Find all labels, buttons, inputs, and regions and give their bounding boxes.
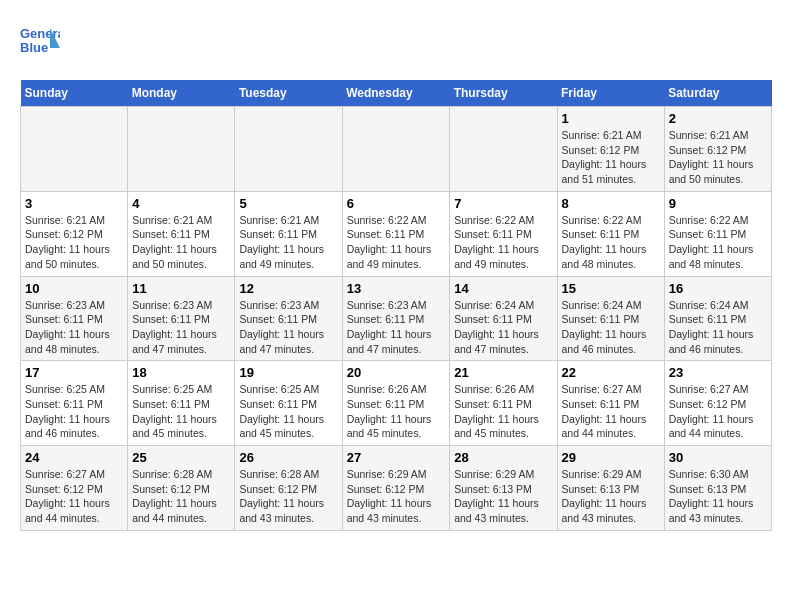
daylight-text: Daylight: 11 hours and 46 minutes.	[25, 413, 110, 440]
day-of-week-header: Wednesday	[342, 80, 450, 107]
daylight-text: Daylight: 11 hours and 44 minutes.	[25, 497, 110, 524]
calendar-cell: 19 Sunrise: 6:25 AM Sunset: 6:11 PM Dayl…	[235, 361, 342, 446]
daylight-text: Daylight: 11 hours and 43 minutes.	[239, 497, 324, 524]
daylight-text: Daylight: 11 hours and 50 minutes.	[132, 243, 217, 270]
day-of-week-header: Friday	[557, 80, 664, 107]
sunrise-text: Sunrise: 6:27 AM	[669, 383, 749, 395]
logo: General Blue	[20, 20, 60, 64]
sunset-text: Sunset: 6:12 PM	[132, 483, 210, 495]
day-info: Sunrise: 6:25 AM Sunset: 6:11 PM Dayligh…	[25, 382, 123, 441]
calendar-cell: 13 Sunrise: 6:23 AM Sunset: 6:11 PM Dayl…	[342, 276, 450, 361]
day-number: 29	[562, 450, 660, 465]
day-number: 1	[562, 111, 660, 126]
calendar-cell: 9 Sunrise: 6:22 AM Sunset: 6:11 PM Dayli…	[664, 191, 771, 276]
sunset-text: Sunset: 6:11 PM	[239, 313, 317, 325]
day-number: 8	[562, 196, 660, 211]
sunset-text: Sunset: 6:13 PM	[454, 483, 532, 495]
calendar-week-row: 10 Sunrise: 6:23 AM Sunset: 6:11 PM Dayl…	[21, 276, 772, 361]
day-info: Sunrise: 6:25 AM Sunset: 6:11 PM Dayligh…	[239, 382, 337, 441]
sunset-text: Sunset: 6:12 PM	[562, 144, 640, 156]
daylight-text: Daylight: 11 hours and 44 minutes.	[132, 497, 217, 524]
daylight-text: Daylight: 11 hours and 50 minutes.	[669, 158, 754, 185]
sunrise-text: Sunrise: 6:22 AM	[454, 214, 534, 226]
sunset-text: Sunset: 6:11 PM	[669, 313, 747, 325]
daylight-text: Daylight: 11 hours and 45 minutes.	[239, 413, 324, 440]
day-number: 12	[239, 281, 337, 296]
calendar-cell: 26 Sunrise: 6:28 AM Sunset: 6:12 PM Dayl…	[235, 446, 342, 531]
calendar-cell: 16 Sunrise: 6:24 AM Sunset: 6:11 PM Dayl…	[664, 276, 771, 361]
day-info: Sunrise: 6:26 AM Sunset: 6:11 PM Dayligh…	[347, 382, 446, 441]
daylight-text: Daylight: 11 hours and 46 minutes.	[669, 328, 754, 355]
day-number: 27	[347, 450, 446, 465]
sunrise-text: Sunrise: 6:24 AM	[562, 299, 642, 311]
calendar-cell: 22 Sunrise: 6:27 AM Sunset: 6:11 PM Dayl…	[557, 361, 664, 446]
day-of-week-header: Monday	[128, 80, 235, 107]
sunrise-text: Sunrise: 6:29 AM	[454, 468, 534, 480]
day-number: 18	[132, 365, 230, 380]
day-info: Sunrise: 6:27 AM Sunset: 6:12 PM Dayligh…	[669, 382, 767, 441]
daylight-text: Daylight: 11 hours and 45 minutes.	[132, 413, 217, 440]
sunset-text: Sunset: 6:11 PM	[347, 228, 425, 240]
day-info: Sunrise: 6:21 AM Sunset: 6:11 PM Dayligh…	[132, 213, 230, 272]
day-number: 28	[454, 450, 552, 465]
sunset-text: Sunset: 6:12 PM	[25, 483, 103, 495]
day-info: Sunrise: 6:21 AM Sunset: 6:12 PM Dayligh…	[25, 213, 123, 272]
sunset-text: Sunset: 6:11 PM	[454, 313, 532, 325]
day-number: 3	[25, 196, 123, 211]
calendar-cell: 12 Sunrise: 6:23 AM Sunset: 6:11 PM Dayl…	[235, 276, 342, 361]
day-info: Sunrise: 6:26 AM Sunset: 6:11 PM Dayligh…	[454, 382, 552, 441]
day-number: 9	[669, 196, 767, 211]
day-number: 21	[454, 365, 552, 380]
calendar-cell: 21 Sunrise: 6:26 AM Sunset: 6:11 PM Dayl…	[450, 361, 557, 446]
day-number: 2	[669, 111, 767, 126]
day-number: 5	[239, 196, 337, 211]
sunrise-text: Sunrise: 6:22 AM	[562, 214, 642, 226]
sunrise-text: Sunrise: 6:21 AM	[25, 214, 105, 226]
calendar-week-row: 24 Sunrise: 6:27 AM Sunset: 6:12 PM Dayl…	[21, 446, 772, 531]
sunset-text: Sunset: 6:11 PM	[239, 398, 317, 410]
daylight-text: Daylight: 11 hours and 48 minutes.	[669, 243, 754, 270]
sunset-text: Sunset: 6:12 PM	[347, 483, 425, 495]
calendar-cell: 4 Sunrise: 6:21 AM Sunset: 6:11 PM Dayli…	[128, 191, 235, 276]
sunset-text: Sunset: 6:11 PM	[132, 228, 210, 240]
sunrise-text: Sunrise: 6:23 AM	[25, 299, 105, 311]
calendar-cell: 15 Sunrise: 6:24 AM Sunset: 6:11 PM Dayl…	[557, 276, 664, 361]
daylight-text: Daylight: 11 hours and 44 minutes.	[562, 413, 647, 440]
sunrise-text: Sunrise: 6:21 AM	[132, 214, 212, 226]
sunrise-text: Sunrise: 6:25 AM	[132, 383, 212, 395]
calendar-cell: 7 Sunrise: 6:22 AM Sunset: 6:11 PM Dayli…	[450, 191, 557, 276]
day-info: Sunrise: 6:21 AM Sunset: 6:12 PM Dayligh…	[669, 128, 767, 187]
day-number: 15	[562, 281, 660, 296]
sunrise-text: Sunrise: 6:21 AM	[669, 129, 749, 141]
daylight-text: Daylight: 11 hours and 43 minutes.	[347, 497, 432, 524]
calendar-cell: 6 Sunrise: 6:22 AM Sunset: 6:11 PM Dayli…	[342, 191, 450, 276]
day-number: 16	[669, 281, 767, 296]
day-number: 30	[669, 450, 767, 465]
sunset-text: Sunset: 6:12 PM	[239, 483, 317, 495]
sunset-text: Sunset: 6:11 PM	[454, 398, 532, 410]
sunset-text: Sunset: 6:11 PM	[454, 228, 532, 240]
day-number: 25	[132, 450, 230, 465]
sunset-text: Sunset: 6:11 PM	[25, 398, 103, 410]
sunset-text: Sunset: 6:11 PM	[562, 228, 640, 240]
calendar-cell: 8 Sunrise: 6:22 AM Sunset: 6:11 PM Dayli…	[557, 191, 664, 276]
daylight-text: Daylight: 11 hours and 47 minutes.	[132, 328, 217, 355]
day-info: Sunrise: 6:22 AM Sunset: 6:11 PM Dayligh…	[669, 213, 767, 272]
sunrise-text: Sunrise: 6:23 AM	[239, 299, 319, 311]
day-number: 20	[347, 365, 446, 380]
daylight-text: Daylight: 11 hours and 50 minutes.	[25, 243, 110, 270]
calendar-cell: 2 Sunrise: 6:21 AM Sunset: 6:12 PM Dayli…	[664, 107, 771, 192]
day-info: Sunrise: 6:21 AM Sunset: 6:12 PM Dayligh…	[562, 128, 660, 187]
sunrise-text: Sunrise: 6:22 AM	[347, 214, 427, 226]
daylight-text: Daylight: 11 hours and 47 minutes.	[239, 328, 324, 355]
sunset-text: Sunset: 6:11 PM	[347, 313, 425, 325]
sunset-text: Sunset: 6:11 PM	[132, 398, 210, 410]
calendar-cell	[235, 107, 342, 192]
calendar-week-row: 3 Sunrise: 6:21 AM Sunset: 6:12 PM Dayli…	[21, 191, 772, 276]
calendar-week-row: 17 Sunrise: 6:25 AM Sunset: 6:11 PM Dayl…	[21, 361, 772, 446]
day-number: 13	[347, 281, 446, 296]
day-number: 24	[25, 450, 123, 465]
sunset-text: Sunset: 6:12 PM	[669, 398, 747, 410]
day-info: Sunrise: 6:24 AM Sunset: 6:11 PM Dayligh…	[454, 298, 552, 357]
day-info: Sunrise: 6:23 AM Sunset: 6:11 PM Dayligh…	[347, 298, 446, 357]
